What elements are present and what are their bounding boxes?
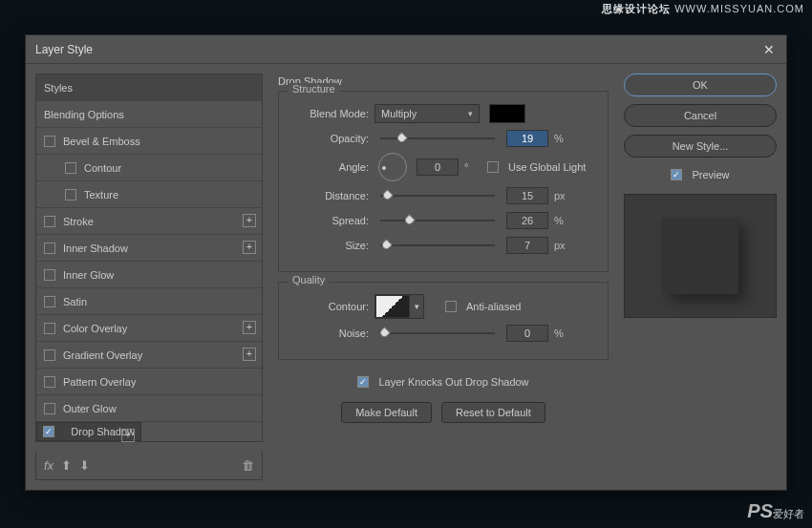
plus-icon[interactable]: + bbox=[243, 348, 256, 361]
settings-panel: Drop Shadow Structure Blend Mode: Multip… bbox=[272, 74, 614, 480]
checkbox[interactable] bbox=[44, 269, 55, 281]
distance-value[interactable]: 15 bbox=[506, 187, 548, 204]
antialiased-checkbox[interactable] bbox=[445, 301, 457, 312]
checkbox[interactable] bbox=[44, 136, 55, 147]
sidebar-item-color-overlay[interactable]: Color Overlay+ bbox=[36, 315, 262, 342]
blend-mode-select[interactable]: Multiply▾ bbox=[374, 104, 480, 123]
checkbox[interactable] bbox=[65, 162, 76, 174]
quality-group: Quality Contour: ▾ Anti-aliased Noise: 0… bbox=[278, 282, 609, 360]
angle-value[interactable]: 0 bbox=[417, 158, 459, 176]
knockout-label: Layer Knocks Out Drop Shadow bbox=[378, 376, 528, 388]
chevron-down-icon: ▾ bbox=[468, 109, 473, 118]
checkbox[interactable] bbox=[44, 243, 55, 254]
plus-icon[interactable]: + bbox=[121, 429, 135, 442]
opacity-value[interactable]: 19 bbox=[506, 130, 548, 147]
right-panel: OK Cancel New Style... Preview bbox=[624, 74, 777, 480]
checkbox[interactable] bbox=[44, 349, 55, 361]
preview-label: Preview bbox=[692, 169, 729, 180]
ok-button[interactable]: OK bbox=[624, 74, 777, 96]
sidebar-item-bevel[interactable]: Bevel & Emboss bbox=[36, 128, 262, 155]
size-label: Size: bbox=[290, 240, 369, 251]
angle-dial[interactable] bbox=[378, 153, 407, 181]
sidebar-item-stroke[interactable]: Stroke+ bbox=[36, 208, 262, 235]
sidebar-item-contour[interactable]: Contour bbox=[36, 155, 262, 181]
blend-mode-label: Blend Mode: bbox=[290, 108, 369, 119]
preview-thumbnail bbox=[624, 194, 777, 318]
cancel-button[interactable]: Cancel bbox=[624, 104, 777, 127]
watermark-top: 思缘设计论坛 WWW.MISSYUAN.COM bbox=[602, 2, 804, 16]
angle-label: Angle: bbox=[290, 161, 369, 173]
plus-icon[interactable]: + bbox=[243, 321, 256, 334]
checkbox[interactable] bbox=[44, 403, 55, 414]
knockout-checkbox[interactable] bbox=[357, 376, 369, 388]
sidebar-item-inner-shadow[interactable]: Inner Shadow+ bbox=[36, 235, 262, 262]
noise-value[interactable]: 0 bbox=[506, 325, 548, 342]
checkbox[interactable] bbox=[65, 189, 76, 201]
global-light-label: Use Global Light bbox=[508, 161, 586, 173]
chevron-down-icon: ▾ bbox=[410, 295, 423, 318]
structure-group: Structure Blend Mode: Multiply▾ Opacity:… bbox=[278, 91, 609, 272]
sidebar-item-drop-shadow[interactable]: Drop Shadow+ bbox=[36, 422, 141, 441]
size-value[interactable]: 7 bbox=[506, 237, 548, 254]
size-slider[interactable] bbox=[380, 239, 495, 252]
global-light-checkbox[interactable] bbox=[487, 161, 499, 173]
sidebar-item-styles[interactable]: Styles bbox=[36, 74, 262, 101]
checkbox[interactable] bbox=[44, 323, 55, 334]
spread-label: Spread: bbox=[290, 215, 369, 226]
styles-sidebar: Styles Blending Options Bevel & Emboss C… bbox=[35, 74, 263, 480]
new-style-button[interactable]: New Style... bbox=[624, 135, 777, 158]
checkbox[interactable] bbox=[44, 376, 55, 388]
checkbox[interactable] bbox=[44, 216, 55, 227]
plus-icon[interactable]: + bbox=[243, 214, 256, 227]
sidebar-item-outer-glow[interactable]: Outer Glow bbox=[36, 395, 262, 422]
sidebar-footer: fx ⬆ ⬇ 🗑 bbox=[35, 452, 263, 480]
preview-checkbox[interactable] bbox=[671, 169, 682, 180]
shadow-color-swatch[interactable] bbox=[489, 104, 525, 123]
contour-picker[interactable]: ▾ bbox=[374, 294, 424, 319]
distance-label: Distance: bbox=[290, 190, 369, 201]
sidebar-item-satin[interactable]: Satin bbox=[36, 288, 262, 315]
sidebar-item-pattern-overlay[interactable]: Pattern Overlay bbox=[36, 369, 262, 395]
reset-default-button[interactable]: Reset to Default bbox=[441, 402, 545, 423]
noise-label: Noise: bbox=[290, 327, 369, 339]
distance-slider[interactable] bbox=[380, 189, 495, 202]
watermark-bottom: PS爱好者 bbox=[747, 500, 804, 522]
opacity-label: Opacity: bbox=[290, 133, 369, 144]
arrow-up-icon[interactable]: ⬆ bbox=[61, 458, 72, 473]
checkbox[interactable] bbox=[44, 296, 55, 307]
antialiased-label: Anti-aliased bbox=[466, 301, 521, 312]
arrow-down-icon[interactable]: ⬇ bbox=[79, 458, 90, 473]
contour-label: Contour: bbox=[290, 301, 369, 312]
close-button[interactable]: ✕ bbox=[761, 42, 777, 57]
opacity-slider[interactable] bbox=[380, 132, 495, 145]
dialog-title: Layer Style bbox=[35, 43, 761, 56]
titlebar: Layer Style ✕ bbox=[26, 35, 786, 64]
spread-slider[interactable] bbox=[380, 214, 495, 227]
sidebar-item-gradient-overlay[interactable]: Gradient Overlay+ bbox=[36, 342, 262, 369]
layer-style-dialog: Layer Style ✕ Styles Blending Options Be… bbox=[25, 34, 787, 491]
noise-slider[interactable] bbox=[380, 327, 495, 340]
spread-value[interactable]: 26 bbox=[506, 212, 548, 229]
fx-icon[interactable]: fx bbox=[44, 458, 53, 473]
make-default-button[interactable]: Make Default bbox=[341, 402, 432, 423]
sidebar-item-blending[interactable]: Blending Options bbox=[36, 101, 262, 128]
sidebar-item-inner-glow[interactable]: Inner Glow bbox=[36, 262, 262, 288]
plus-icon[interactable]: + bbox=[243, 241, 256, 254]
checkbox-on[interactable] bbox=[43, 426, 54, 437]
trash-icon[interactable]: 🗑 bbox=[242, 458, 254, 473]
sidebar-item-texture[interactable]: Texture bbox=[36, 181, 262, 208]
